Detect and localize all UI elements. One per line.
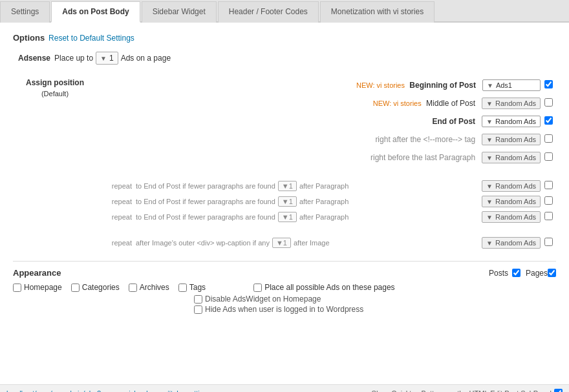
ad-select-4[interactable]: ▼ Random Ads [482,134,541,145]
dropdown-arrow: ▼ [100,55,107,62]
repeat-ad-select-2[interactable]: ▼ Random Ads [482,196,541,207]
tab-monetization[interactable]: Monetization with vi stories [320,1,435,23]
ad-select-2[interactable]: ▼ Random Ads [482,98,541,109]
position-label-3: End of Post [432,117,475,126]
num-value: 1 [109,54,114,63]
quicktag-checkbox[interactable] [554,389,563,392]
position-check-3[interactable] [544,116,553,125]
repeat-desc-3: to End of Post if fewer paragraphs are f… [136,213,275,221]
tab-ads-on-post-body[interactable]: Ads on Post Body [51,1,140,23]
repeat-check-3[interactable] [544,212,553,220]
position-row-last-para: right before the last Paragraph ▼ Random… [97,149,556,167]
select-arrow-5: ▼ [486,154,493,161]
repeat-ad-arrow-3: ▼ [486,214,493,221]
ad-select-1[interactable]: ▼ Ads1 [482,79,541,91]
hide-logged-row: Hide Ads when user is logged in to Wordp… [194,305,556,314]
num-select[interactable]: ▼ 1 [96,52,118,65]
adsense-label: Adsense [18,54,50,63]
pages-label: Pages [526,269,548,278]
repeat-num-select-1[interactable]: ▼ 1 [278,181,297,191]
footer-url: localhost/sara/wp-admin/php?page=quick-a… [6,389,211,393]
repeat-row-1: repeat to End of Post if fewer paragraph… [97,178,556,194]
position-row-end: End of Post ▼ Random Ads [97,112,556,130]
place-up-to-label: Place up to [54,54,93,63]
repeat-ad-arrow-4: ▼ [486,240,493,247]
repeat-num-select-4[interactable]: ▼ 1 [272,238,291,248]
position-check-4[interactable] [544,134,553,143]
assign-position-title: Assign position (Default) [13,77,97,99]
repeat-ad-select-4[interactable]: ▼ Random Ads [482,237,541,249]
homepage-checkbox[interactable] [13,284,21,292]
categories-label: Categories [82,283,120,292]
select-arrow-2: ▼ [486,100,493,107]
disable-widget-checkbox[interactable] [194,295,202,304]
select-arrow-4: ▼ [486,136,493,143]
select-arrow-3: ▼ [486,118,493,125]
repeat-row-4: repeat after Image's outer <div> wp-capt… [97,235,556,251]
repeat-check-4[interactable] [544,238,553,246]
position-check-1[interactable] [544,80,553,88]
repeat-ad-select-1[interactable]: ▼ Random Ads [482,180,541,192]
reset-link[interactable]: Reset to Default Settings [48,34,134,43]
categories-checkbox[interactable] [71,284,80,292]
repeat-after-4: after Image [294,239,330,247]
place-all-checkbox[interactable] [253,284,262,292]
position-check-2[interactable] [544,98,553,107]
repeat-label-4: repeat [97,239,136,247]
repeat-ad-arrow-2: ▼ [486,198,493,205]
archives-checkbox[interactable] [129,284,137,292]
tab-header-footer[interactable]: Header / Footer Codes [218,1,319,23]
repeat-desc-1: to End of Post if fewer paragraphs are f… [136,182,275,190]
repeat-select-arrow-3: ▼ [282,213,289,221]
position-label-4: right after the <!--more--> tag [375,135,475,144]
repeat-desc-4: after Image's outer <div> wp-caption if … [136,239,270,247]
tags-label: Tags [189,283,206,292]
position-row-more: right after the <!--more--> tag ▼ Random… [97,130,556,149]
options-label: Options [13,33,45,43]
position-check-5[interactable] [544,152,553,161]
vi-badge-2: NEW: vi stories [373,99,422,107]
ad-select-3[interactable]: ▼ Random Ads [482,116,541,127]
homepage-label: Homepage [24,283,62,292]
repeat-label-2: repeat [97,198,136,205]
footer-bar: localhost/sara/wp-admin/php?page=quick-a… [0,384,569,392]
repeat-row-2: repeat to End of Post if fewer paragraph… [97,194,556,209]
repeat-select-arrow-1: ▼ [282,182,289,190]
repeat-after-3: after Paragraph [299,213,349,221]
repeat-after-1: after Paragraph [299,182,349,190]
tab-settings[interactable]: Settings [0,1,50,23]
disable-widget-row: Disable AdsWidget on Homepage [194,294,556,304]
posts-checkbox[interactable] [512,269,521,277]
pages-checkbox[interactable] [548,269,556,277]
quicktag-label: Show Quicktag Buttons on the HTML Edit P… [372,389,552,393]
repeat-num-select-2[interactable]: ▼ 1 [278,196,297,207]
hide-logged-checkbox[interactable] [194,305,202,314]
repeat-select-arrow-4: ▼ [276,239,283,247]
repeat-num-select-3[interactable]: ▼ 1 [278,212,297,222]
place-all-label: Place all possible Ads on these pages [264,283,394,292]
tab-sidebar-widget[interactable]: Sidebar Widget [142,1,217,23]
position-label-5: right before the last Paragraph [370,153,475,162]
repeat-ad-arrow-1: ▼ [486,183,493,190]
disable-widget-label: Disable AdsWidget on Homepage [205,294,321,304]
tabs-bar: Settings Ads on Post Body Sidebar Widget… [0,0,569,23]
position-row-middle: NEW: vi stories Middle of Post ▼ Random … [97,94,556,112]
repeat-ad-select-3[interactable]: ▼ Random Ads [482,211,541,223]
repeat-desc-2: to End of Post if fewer paragraphs are f… [136,198,275,205]
position-label-1: Beginning of Post [409,81,476,90]
posts-label: Posts [489,269,508,278]
hide-logged-label: Hide Ads when user is logged in to Wordp… [205,305,363,314]
repeat-check-2[interactable] [544,196,553,205]
position-label-2: Middle of Post [426,99,475,108]
position-row-beginning: NEW: vi stories Beginning of Post ▼ Ads1 [97,76,556,94]
archives-label: Archives [140,283,169,292]
repeat-check-1[interactable] [544,181,553,189]
appearance-title: Appearance [13,268,61,278]
select-arrow-1: ▼ [487,82,493,89]
ad-select-5[interactable]: ▼ Random Ads [482,152,541,163]
repeat-label-1: repeat [97,182,136,190]
tags-checkbox[interactable] [178,284,187,292]
vi-badge-1: NEW: vi stories [356,81,405,89]
repeat-row-3: repeat to End of Post if fewer paragraph… [97,209,556,225]
ads-on-page-label: Ads on a page [121,54,171,63]
